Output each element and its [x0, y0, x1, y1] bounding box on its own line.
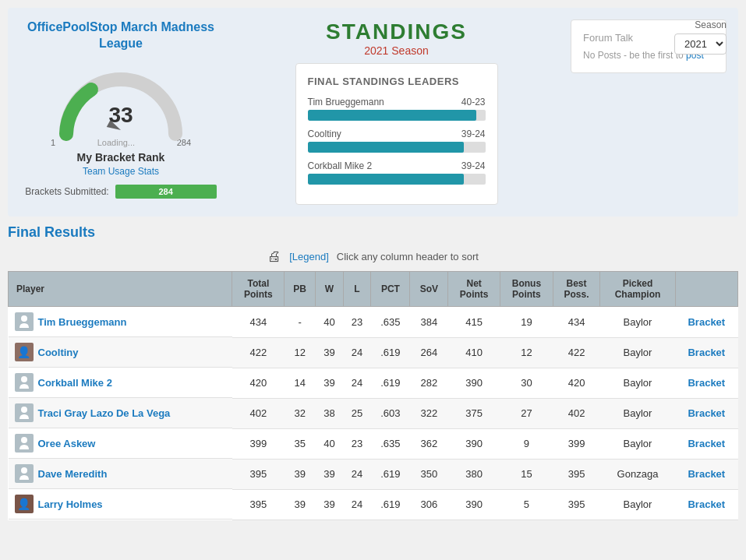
pb: 14: [285, 368, 316, 398]
col-net-points[interactable]: NetPoints: [448, 272, 500, 307]
final-results-section: Final Results 🖨 [Legend] Click any colum…: [8, 224, 738, 520]
pb: 12: [285, 337, 316, 368]
net-points: 390: [448, 428, 500, 459]
l: 24: [343, 368, 371, 398]
standings-heading: STANDINGS: [326, 19, 467, 44]
avatar: 👤: [15, 343, 34, 361]
player-name-link[interactable]: Traci Gray Lazo De La Vega: [38, 407, 171, 419]
svg-point-3: [21, 407, 27, 413]
col-best-poss[interactable]: BestPoss.: [553, 272, 600, 307]
player-name-link[interactable]: Oree Askew: [38, 438, 96, 449]
avatar: [15, 373, 34, 392]
col-pb[interactable]: PB: [285, 272, 316, 307]
picked-champion: Baylor: [600, 489, 675, 519]
sov: 362: [410, 428, 448, 459]
standings-leaders-title: FINAL STANDINGS LEADERS: [308, 76, 486, 87]
col-l[interactable]: L: [343, 272, 371, 307]
l: 23: [343, 307, 371, 338]
svg-point-1: [21, 315, 27, 322]
total-points: 434: [232, 307, 285, 338]
col-sov[interactable]: SoV: [410, 272, 448, 307]
player-name-link[interactable]: Cooltiny: [38, 347, 79, 358]
league-title: OfficePoolStop March Madness League: [27, 19, 214, 52]
bracket-link[interactable]: Bracket: [688, 407, 725, 419]
bracket-link[interactable]: Bracket: [688, 377, 725, 389]
season-dropdown[interactable]: 2021 2020 2019 2018: [674, 33, 727, 55]
player-name-link[interactable]: Corkball Mike 2: [38, 377, 112, 389]
pct: .635: [371, 428, 410, 459]
table-row: Traci Gray Lazo De La Vega 402 32 38 25 …: [9, 398, 738, 428]
pb: 35: [285, 428, 316, 459]
total-points: 402: [232, 398, 285, 428]
leader-2-score: 39-24: [461, 129, 486, 139]
leader-2-name: Cooltiny: [308, 129, 341, 139]
col-bracket: [675, 272, 737, 307]
standings-season: 2021 Season: [326, 44, 467, 57]
final-results-title: Final Results: [8, 224, 738, 241]
gauge-container: 33: [51, 60, 191, 138]
bonus-points: 30: [500, 368, 553, 398]
leader-row-3: Corkball Mike 2 39-24: [308, 160, 486, 185]
net-points: 390: [448, 489, 500, 519]
player-cell: Corkball Mike 2: [9, 368, 232, 398]
bracket-link[interactable]: Bracket: [688, 438, 725, 449]
col-player[interactable]: Player: [9, 272, 232, 307]
pb: 39: [285, 489, 316, 519]
total-points: 422: [232, 337, 285, 368]
pb: 32: [285, 398, 316, 428]
best-poss: 402: [553, 398, 600, 428]
sov: 264: [410, 337, 448, 368]
col-pct[interactable]: PCT: [371, 272, 410, 307]
leader-1-score: 40-23: [461, 97, 486, 107]
pct: .619: [371, 368, 410, 398]
player-cell: Tim Brueggemann: [9, 307, 232, 337]
bracket-link[interactable]: Bracket: [688, 468, 725, 480]
player-name-link[interactable]: Tim Brueggemann: [38, 316, 127, 328]
total-points: 399: [232, 428, 285, 459]
player-name-link[interactable]: Larry Holmes: [38, 498, 103, 510]
w: 38: [316, 398, 344, 428]
l: 23: [343, 428, 371, 459]
bonus-points: 19: [500, 307, 553, 338]
pct: .635: [371, 307, 410, 338]
col-bonus-points[interactable]: BonusPoints: [500, 272, 553, 307]
leader-3-bar: [308, 174, 465, 185]
total-points: 395: [232, 489, 285, 519]
bracket-link[interactable]: Bracket: [688, 498, 725, 510]
best-poss: 399: [553, 428, 600, 459]
picked-champion: Baylor: [600, 428, 675, 459]
col-w[interactable]: W: [316, 272, 344, 307]
player-cell: Oree Askew: [9, 428, 232, 459]
picked-champion: Baylor: [600, 337, 675, 368]
bonus-points: 5: [500, 489, 553, 519]
top-panel: OfficePoolStop March Madness League 33 1…: [8, 8, 738, 217]
bracket-link[interactable]: Bracket: [688, 347, 725, 358]
best-poss: 422: [553, 337, 600, 368]
player-name-link[interactable]: Dave Meredith: [38, 468, 108, 480]
bracket-link[interactable]: Bracket: [688, 316, 725, 328]
legend-link[interactable]: [Legend]: [289, 251, 329, 262]
avatar: [15, 434, 34, 453]
table-row: 👤 Larry Holmes 395 39 39 24 .619 306 390…: [9, 489, 738, 519]
print-icon[interactable]: 🖨: [267, 248, 281, 265]
avatar: [15, 312, 34, 331]
gauge-rank-number: 33: [108, 103, 133, 128]
avatar: 👤: [15, 495, 34, 513]
leader-3-name: Corkball Mike 2: [308, 160, 373, 171]
standings-leaders-panel: FINAL STANDINGS LEADERS Tim Brueggemann …: [295, 63, 498, 205]
bonus-points: 9: [500, 428, 553, 459]
leader-row-1: Tim Brueggemann 40-23: [308, 97, 486, 121]
net-points: 375: [448, 398, 500, 428]
net-points: 410: [448, 337, 500, 368]
season-selector: Season 2021 2020 2019 2018: [674, 19, 727, 55]
pct: .619: [371, 459, 410, 489]
l: 25: [343, 398, 371, 428]
col-total-points[interactable]: TotalPoints: [232, 272, 285, 307]
table-row: Dave Meredith 395 39 39 24 .619 350 380 …: [9, 459, 738, 489]
table-row: Tim Brueggemann 434 - 40 23 .635 384 415…: [9, 307, 738, 338]
team-usage-link[interactable]: Team Usage Stats: [83, 166, 159, 177]
left-panel: OfficePoolStop March Madness League 33 1…: [19, 19, 222, 199]
svg-point-4: [21, 437, 27, 443]
col-picked-champion[interactable]: PickedChampion: [600, 272, 675, 307]
w: 40: [316, 428, 344, 459]
